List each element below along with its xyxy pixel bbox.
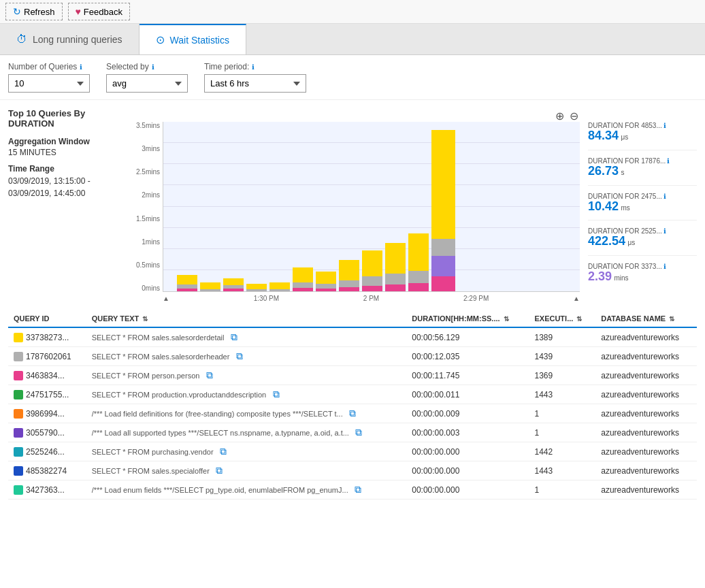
copy-icon[interactable]: ⧉ [220,446,227,457]
selected-by-info-icon[interactable]: ℹ [152,63,154,71]
legend-item-2: DURATION FOR 17876... ℹ 26.73 s [588,157,697,178]
cell-query-id: 485382274 [8,461,86,480]
cell-query-text: SELECT * FROM sales.specialoffer ⧉ [86,461,407,480]
copy-icon[interactable]: ⧉ [236,350,243,361]
clock-icon: ⏱ [16,33,27,46]
table-row[interactable]: 33738273... SELECT * FROM sales.salesord… [8,327,697,347]
bar-group[interactable] [269,282,290,291]
table-row[interactable]: 24751755... SELECT * FROM production.vpr… [8,385,697,404]
cell-duration: 00:00:00.011 [406,385,529,404]
bar-group[interactable] [293,267,313,291]
copy-icon[interactable]: ⧉ [216,465,223,476]
executions-value: 1439 [534,352,553,361]
legend-info-icon-1[interactable]: ℹ [663,122,666,129]
metric-label: DURATION [8,118,117,129]
database-value: azureadventureworks [601,352,679,361]
bar-group-peak[interactable] [431,130,455,291]
tab-wait-statistics-label: Wait Statistics [170,35,229,46]
tab-long-running[interactable]: ⏱ Long running queries [0,24,140,54]
cell-duration: 00:00:11.745 [406,366,529,385]
col-header-database[interactable]: DATABASE NAME ⇅ [595,310,697,327]
cell-duration: 00:00:00.009 [406,404,529,423]
copy-icon[interactable]: ⧉ [206,370,213,380]
copy-icon[interactable]: ⧉ [273,389,280,399]
query-color-indicator [14,333,23,342]
bar-group[interactable] [408,233,429,291]
cell-query-text: SELECT * FROM person.person ⧉ [86,366,407,385]
table-body: 33738273... SELECT * FROM sales.salesord… [8,327,697,500]
time-range-title: Time Range [8,164,117,174]
table-header: QUERY ID QUERY TEXT ⇅ DURATION[HH:MM:SS.… [8,310,697,327]
table-row[interactable]: 3986994... /*** Load field definitions f… [8,404,697,423]
query-text-value: /*** Load all supported types ***/SELECT… [92,429,349,437]
table-row[interactable]: 3055790... /*** Load all supported types… [8,423,697,442]
x-labels: ▲ 1:30 PM 2 PM 2:29 PM ▲ [163,292,580,302]
cell-executions: 1442 [529,442,595,461]
controls-bar: Number of Queries ℹ 5 10 20 50 Selected … [0,55,705,100]
aggregation-window-value: 15 MINUTES [8,148,117,157]
sort-icon-query-text: ⇅ [142,315,148,323]
cell-query-id: 3055790... [8,423,86,442]
refresh-icon: ↻ [13,6,21,17]
top-queries-title: Top 10 Queries By [8,108,117,118]
cell-query-id: 2525246... [8,442,86,461]
sort-icon-duration: ⇅ [504,315,509,323]
aggregation-window-title: Aggregation Window [8,137,117,146]
sort-icon-database: ⇅ [669,315,674,323]
col-header-duration[interactable]: DURATION[HH:MM:SS.... ⇅ [406,310,529,327]
col-header-query-id[interactable]: QUERY ID [8,310,86,327]
copy-icon[interactable]: ⧉ [349,408,356,419]
query-text-value: SELECT * FROM person.person [92,372,200,380]
query-id-value: 3986994... [26,409,65,419]
query-id-value: 33738273... [26,333,69,342]
left-panel: Top 10 Queries By DURATION Aggregation W… [8,108,117,302]
copy-icon[interactable]: ⧉ [355,484,361,495]
cell-duration: 00:00:00.000 [406,461,529,480]
bar-group[interactable] [362,250,382,291]
copy-icon[interactable]: ⧉ [231,331,237,342]
legend-info-icon-4[interactable]: ℹ [663,227,666,235]
query-color-indicator [14,390,23,399]
table-row[interactable]: 2525246... SELECT * FROM purchasing.vend… [8,442,697,461]
col-header-query-text[interactable]: QUERY TEXT ⇅ [86,310,407,327]
selected-by-select[interactable]: avg max min total [106,74,188,93]
tab-wait-statistics[interactable]: ⊙ Wait Statistics [140,24,246,54]
cell-query-id: 24751755... [8,385,86,404]
table-row[interactable]: 1787602061 SELECT * FROM sales.salesorde… [8,347,697,366]
table-row[interactable]: 485382274 SELECT * FROM sales.specialoff… [8,461,697,480]
number-of-queries-info-icon[interactable]: ℹ [80,63,82,71]
feedback-button[interactable]: ♥ Feedback [68,3,130,20]
cell-query-text: SELECT * FROM sales.salesorderdetail ⧉ [86,327,407,347]
bar-group[interactable] [177,275,197,291]
chart-legend: DURATION FOR 4853... ℹ 84.34 μs DURATION… [588,108,697,302]
number-of-queries-select[interactable]: 5 10 20 50 [8,74,90,93]
bar-group[interactable] [246,284,267,291]
legend-item-1: DURATION FOR 4853... ℹ 84.34 μs [588,122,697,143]
cell-duration: 00:00:56.129 [406,327,529,347]
legend-info-icon-2[interactable]: ℹ [667,157,670,165]
col-header-executions[interactable]: EXECUTI... ⇅ [529,310,595,327]
database-value: azureadventureworks [601,428,679,438]
legend-info-icon-5[interactable]: ℹ [663,263,666,270]
table-row[interactable]: 3427363... /*** Load enum fields ***/SEL… [8,480,697,500]
copy-icon[interactable]: ⧉ [355,427,362,438]
legend-item-3: DURATION FOR 2475... ℹ 10.42 ms [588,193,697,214]
legend-info-icon-3[interactable]: ℹ [663,193,666,200]
query-text-value: SELECT * FROM sales.specialoffer [92,467,210,475]
cell-executions: 1443 [529,385,595,404]
bar-group[interactable] [385,243,406,291]
duration-value: 00:00:12.035 [412,352,459,361]
cell-duration: 00:00:00.000 [406,480,529,500]
refresh-button[interactable]: ↻ Refresh [5,3,63,20]
bar-group[interactable] [339,260,359,291]
time-period-select[interactable]: Last 1 hr Last 6 hrs Last 24 hrs Last 7 … [204,74,306,93]
time-period-info-icon[interactable]: ℹ [252,63,255,71]
query-text-value: SELECT * FROM sales.salesorderdetail [92,333,225,342]
selected-by-label: Selected by ℹ [106,62,188,71]
table-row[interactable]: 3463834... SELECT * FROM person.person ⧉… [8,366,697,385]
duration-value: 00:00:00.011 [412,390,459,399]
legend-item-4: DURATION FOR 2525... ℹ 422.54 μs [588,227,697,248]
bar-group[interactable] [200,282,220,291]
bar-group[interactable] [316,272,336,291]
bar-group[interactable] [223,278,244,291]
